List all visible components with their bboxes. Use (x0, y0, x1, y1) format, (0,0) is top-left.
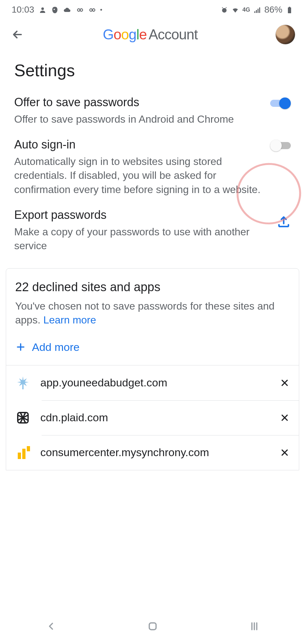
svg-point-0 (41, 7, 44, 10)
site-name[interactable]: consumercenter.mysynchrony.com (40, 446, 270, 459)
avatar[interactable] (275, 25, 295, 45)
app-header: GoogleAccount (0, 19, 305, 54)
plaid-icon (15, 410, 31, 425)
dot-icon: • (100, 6, 102, 14)
synchrony-icon (15, 445, 31, 460)
brand-account: Account (148, 26, 198, 42)
remove-button[interactable] (280, 378, 290, 388)
svg-rect-4 (258, 9, 259, 13)
auto-signin-row: Auto sign-in Automatically sign in to we… (0, 132, 305, 202)
auto-signin-title: Auto sign-in (14, 138, 264, 151)
person-icon (39, 6, 46, 14)
cloud-icon (63, 6, 71, 14)
site-name[interactable]: app.youneedabudget.com (40, 376, 270, 389)
remove-button[interactable] (280, 413, 290, 423)
export-passwords-row: Export passwords Make a copy of your pas… (0, 202, 305, 259)
alarm-icon (220, 6, 228, 14)
wifi-icon (231, 6, 239, 14)
svg-rect-5 (259, 7, 260, 13)
offer-save-desc: Offer to save passwords in Android and C… (14, 112, 264, 126)
infinity-icon (76, 6, 83, 14)
svg-rect-12 (27, 446, 30, 451)
battery-icon (286, 6, 293, 14)
remove-button[interactable] (280, 447, 290, 458)
list-item: app.youneedabudget.com (6, 365, 299, 400)
site-name[interactable]: cdn.plaid.com (40, 411, 270, 424)
svg-point-1 (222, 8, 227, 13)
infinity-icon-2 (88, 6, 96, 14)
svg-rect-2 (254, 11, 255, 13)
status-right: 4G 86% (220, 5, 293, 15)
page-title: Settings (0, 54, 305, 90)
declined-title: 22 declined sites and apps (15, 280, 290, 294)
svg-rect-3 (256, 10, 257, 13)
declined-list: app.youneedabudget.com cdn.plaid.com con… (6, 365, 299, 470)
back-button[interactable] (10, 27, 25, 42)
offer-save-passwords-row: Offer to save passwords Offer to save pa… (0, 90, 305, 132)
status-left: 10:03 • (12, 5, 102, 15)
declined-desc: You've chosen not to save passwords for … (15, 299, 290, 327)
svg-rect-7 (289, 7, 290, 7)
list-item: cdn.plaid.com (6, 400, 299, 435)
svg-rect-8 (22, 384, 24, 389)
status-time: 10:03 (12, 5, 34, 15)
svg-rect-6 (288, 7, 291, 13)
auto-signin-toggle[interactable] (270, 140, 291, 151)
offer-save-toggle[interactable] (270, 97, 291, 109)
nav-bar (0, 608, 305, 644)
auto-signin-desc: Automatically sign in to websites using … (14, 155, 264, 197)
nav-back[interactable] (41, 617, 61, 636)
svg-rect-10 (18, 453, 21, 459)
status-bar: 10:03 • 4G 86% (0, 0, 305, 19)
nav-recents[interactable] (245, 617, 264, 636)
add-more-button[interactable]: Add more (6, 331, 299, 365)
learn-more-link[interactable]: Learn more (43, 314, 96, 326)
signal-icon (253, 6, 261, 14)
offer-save-title: Offer to save passwords (14, 96, 264, 109)
declined-card: 22 declined sites and apps You've chosen… (6, 268, 299, 470)
ynab-icon (15, 375, 31, 391)
export-desc: Make a copy of your passwords to use wit… (14, 225, 270, 253)
export-title: Export passwords (14, 208, 270, 222)
nav-home[interactable] (143, 617, 162, 636)
network-label: 4G (242, 6, 250, 13)
add-more-label: Add more (32, 341, 79, 353)
page-brand: GoogleAccount (25, 26, 275, 43)
battery-percent: 86% (264, 5, 282, 15)
export-button[interactable] (277, 215, 291, 230)
svg-rect-13 (149, 623, 156, 630)
list-item: consumercenter.mysynchrony.com (6, 435, 299, 470)
evernote-icon (51, 6, 59, 14)
svg-rect-11 (22, 449, 25, 459)
